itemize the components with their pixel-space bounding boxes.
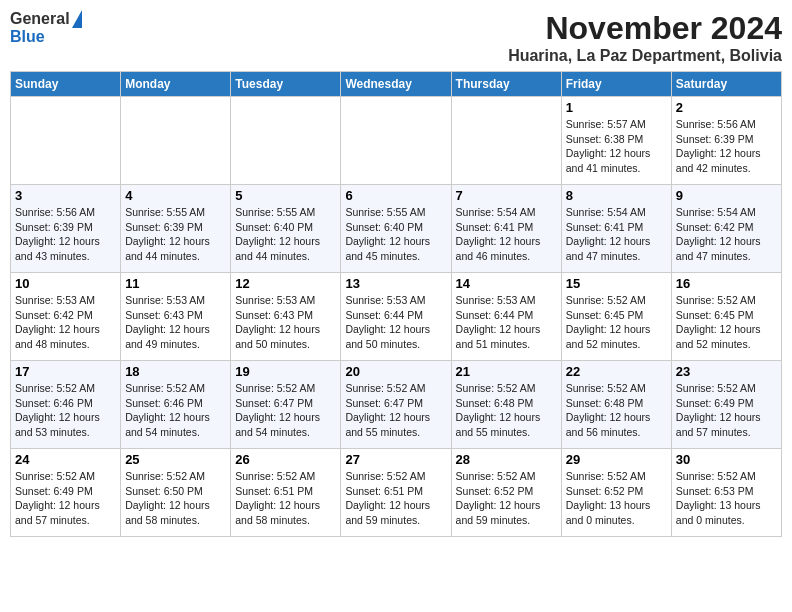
cell-info: Sunrise: 5:52 AMSunset: 6:52 PMDaylight:… xyxy=(566,469,667,528)
calendar-cell: 24Sunrise: 5:52 AMSunset: 6:49 PMDayligh… xyxy=(11,449,121,537)
cell-info: Sunrise: 5:52 AMSunset: 6:51 PMDaylight:… xyxy=(345,469,446,528)
calendar-cell xyxy=(121,97,231,185)
cell-info: Sunrise: 5:53 AMSunset: 6:43 PMDaylight:… xyxy=(235,293,336,352)
day-number: 4 xyxy=(125,188,226,203)
calendar-cell: 5Sunrise: 5:55 AMSunset: 6:40 PMDaylight… xyxy=(231,185,341,273)
calendar-cell: 27Sunrise: 5:52 AMSunset: 6:51 PMDayligh… xyxy=(341,449,451,537)
day-number: 2 xyxy=(676,100,777,115)
calendar-cell: 21Sunrise: 5:52 AMSunset: 6:48 PMDayligh… xyxy=(451,361,561,449)
calendar-cell: 28Sunrise: 5:52 AMSunset: 6:52 PMDayligh… xyxy=(451,449,561,537)
calendar-cell: 29Sunrise: 5:52 AMSunset: 6:52 PMDayligh… xyxy=(561,449,671,537)
day-number: 17 xyxy=(15,364,116,379)
day-number: 6 xyxy=(345,188,446,203)
location-title: Huarina, La Paz Department, Bolivia xyxy=(508,47,782,65)
title-block: November 2024 Huarina, La Paz Department… xyxy=(508,10,782,65)
cell-info: Sunrise: 5:54 AMSunset: 6:41 PMDaylight:… xyxy=(456,205,557,264)
cell-info: Sunrise: 5:52 AMSunset: 6:47 PMDaylight:… xyxy=(235,381,336,440)
day-number: 13 xyxy=(345,276,446,291)
calendar-cell: 10Sunrise: 5:53 AMSunset: 6:42 PMDayligh… xyxy=(11,273,121,361)
day-number: 22 xyxy=(566,364,667,379)
calendar-cell: 14Sunrise: 5:53 AMSunset: 6:44 PMDayligh… xyxy=(451,273,561,361)
calendar-cell: 16Sunrise: 5:52 AMSunset: 6:45 PMDayligh… xyxy=(671,273,781,361)
calendar-cell: 23Sunrise: 5:52 AMSunset: 6:49 PMDayligh… xyxy=(671,361,781,449)
weekday-header-tuesday: Tuesday xyxy=(231,72,341,97)
cell-info: Sunrise: 5:52 AMSunset: 6:52 PMDaylight:… xyxy=(456,469,557,528)
calendar-cell: 22Sunrise: 5:52 AMSunset: 6:48 PMDayligh… xyxy=(561,361,671,449)
calendar-cell: 30Sunrise: 5:52 AMSunset: 6:53 PMDayligh… xyxy=(671,449,781,537)
calendar-cell xyxy=(231,97,341,185)
calendar-cell: 17Sunrise: 5:52 AMSunset: 6:46 PMDayligh… xyxy=(11,361,121,449)
calendar-week-row: 17Sunrise: 5:52 AMSunset: 6:46 PMDayligh… xyxy=(11,361,782,449)
weekday-header-wednesday: Wednesday xyxy=(341,72,451,97)
day-number: 27 xyxy=(345,452,446,467)
calendar-cell xyxy=(451,97,561,185)
cell-info: Sunrise: 5:53 AMSunset: 6:44 PMDaylight:… xyxy=(345,293,446,352)
day-number: 29 xyxy=(566,452,667,467)
calendar-week-row: 3Sunrise: 5:56 AMSunset: 6:39 PMDaylight… xyxy=(11,185,782,273)
cell-info: Sunrise: 5:53 AMSunset: 6:42 PMDaylight:… xyxy=(15,293,116,352)
day-number: 21 xyxy=(456,364,557,379)
day-number: 8 xyxy=(566,188,667,203)
cell-info: Sunrise: 5:52 AMSunset: 6:45 PMDaylight:… xyxy=(676,293,777,352)
calendar-cell: 25Sunrise: 5:52 AMSunset: 6:50 PMDayligh… xyxy=(121,449,231,537)
cell-info: Sunrise: 5:52 AMSunset: 6:49 PMDaylight:… xyxy=(676,381,777,440)
cell-info: Sunrise: 5:52 AMSunset: 6:46 PMDaylight:… xyxy=(15,381,116,440)
calendar-cell: 3Sunrise: 5:56 AMSunset: 6:39 PMDaylight… xyxy=(11,185,121,273)
calendar-cell: 7Sunrise: 5:54 AMSunset: 6:41 PMDaylight… xyxy=(451,185,561,273)
calendar-cell: 2Sunrise: 5:56 AMSunset: 6:39 PMDaylight… xyxy=(671,97,781,185)
calendar-cell: 8Sunrise: 5:54 AMSunset: 6:41 PMDaylight… xyxy=(561,185,671,273)
day-number: 19 xyxy=(235,364,336,379)
day-number: 14 xyxy=(456,276,557,291)
weekday-header-friday: Friday xyxy=(561,72,671,97)
day-number: 30 xyxy=(676,452,777,467)
calendar-cell: 15Sunrise: 5:52 AMSunset: 6:45 PMDayligh… xyxy=(561,273,671,361)
calendar-cell: 6Sunrise: 5:55 AMSunset: 6:40 PMDaylight… xyxy=(341,185,451,273)
weekday-header-sunday: Sunday xyxy=(11,72,121,97)
cell-info: Sunrise: 5:52 AMSunset: 6:50 PMDaylight:… xyxy=(125,469,226,528)
day-number: 3 xyxy=(15,188,116,203)
cell-info: Sunrise: 5:52 AMSunset: 6:47 PMDaylight:… xyxy=(345,381,446,440)
cell-info: Sunrise: 5:53 AMSunset: 6:43 PMDaylight:… xyxy=(125,293,226,352)
cell-info: Sunrise: 5:52 AMSunset: 6:51 PMDaylight:… xyxy=(235,469,336,528)
logo-blue: Blue xyxy=(10,28,45,45)
calendar-week-row: 1Sunrise: 5:57 AMSunset: 6:38 PMDaylight… xyxy=(11,97,782,185)
calendar-table: SundayMondayTuesdayWednesdayThursdayFrid… xyxy=(10,71,782,537)
day-number: 26 xyxy=(235,452,336,467)
cell-info: Sunrise: 5:52 AMSunset: 6:48 PMDaylight:… xyxy=(566,381,667,440)
calendar-cell xyxy=(11,97,121,185)
day-number: 25 xyxy=(125,452,226,467)
calendar-cell xyxy=(341,97,451,185)
cell-info: Sunrise: 5:53 AMSunset: 6:44 PMDaylight:… xyxy=(456,293,557,352)
logo-general: General xyxy=(10,10,70,28)
cell-info: Sunrise: 5:54 AMSunset: 6:42 PMDaylight:… xyxy=(676,205,777,264)
calendar-cell: 13Sunrise: 5:53 AMSunset: 6:44 PMDayligh… xyxy=(341,273,451,361)
day-number: 20 xyxy=(345,364,446,379)
day-number: 11 xyxy=(125,276,226,291)
day-number: 18 xyxy=(125,364,226,379)
day-number: 23 xyxy=(676,364,777,379)
calendar-week-row: 10Sunrise: 5:53 AMSunset: 6:42 PMDayligh… xyxy=(11,273,782,361)
cell-info: Sunrise: 5:52 AMSunset: 6:53 PMDaylight:… xyxy=(676,469,777,528)
day-number: 28 xyxy=(456,452,557,467)
weekday-header-monday: Monday xyxy=(121,72,231,97)
logo: General Blue xyxy=(10,10,82,46)
calendar-cell: 19Sunrise: 5:52 AMSunset: 6:47 PMDayligh… xyxy=(231,361,341,449)
day-number: 10 xyxy=(15,276,116,291)
day-number: 24 xyxy=(15,452,116,467)
calendar-cell: 12Sunrise: 5:53 AMSunset: 6:43 PMDayligh… xyxy=(231,273,341,361)
calendar-cell: 20Sunrise: 5:52 AMSunset: 6:47 PMDayligh… xyxy=(341,361,451,449)
weekday-header-thursday: Thursday xyxy=(451,72,561,97)
day-number: 12 xyxy=(235,276,336,291)
cell-info: Sunrise: 5:52 AMSunset: 6:48 PMDaylight:… xyxy=(456,381,557,440)
weekday-header-row: SundayMondayTuesdayWednesdayThursdayFrid… xyxy=(11,72,782,97)
calendar-cell: 4Sunrise: 5:55 AMSunset: 6:39 PMDaylight… xyxy=(121,185,231,273)
day-number: 7 xyxy=(456,188,557,203)
cell-info: Sunrise: 5:54 AMSunset: 6:41 PMDaylight:… xyxy=(566,205,667,264)
day-number: 15 xyxy=(566,276,667,291)
calendar-cell: 1Sunrise: 5:57 AMSunset: 6:38 PMDaylight… xyxy=(561,97,671,185)
cell-info: Sunrise: 5:57 AMSunset: 6:38 PMDaylight:… xyxy=(566,117,667,176)
day-number: 1 xyxy=(566,100,667,115)
cell-info: Sunrise: 5:55 AMSunset: 6:40 PMDaylight:… xyxy=(345,205,446,264)
calendar-week-row: 24Sunrise: 5:52 AMSunset: 6:49 PMDayligh… xyxy=(11,449,782,537)
cell-info: Sunrise: 5:52 AMSunset: 6:46 PMDaylight:… xyxy=(125,381,226,440)
